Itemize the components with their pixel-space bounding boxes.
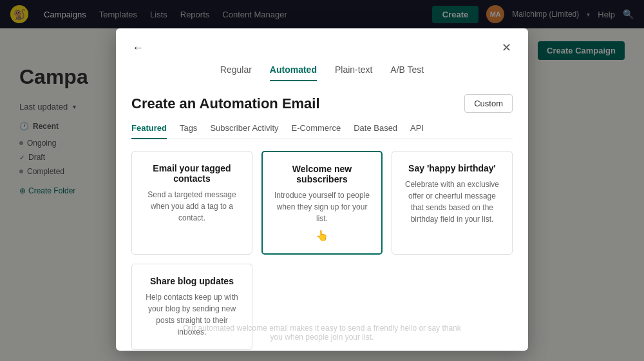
tab-automated[interactable]: Automated (270, 64, 317, 81)
sub-tab-subscriber-activity[interactable]: Subscriber Activity (210, 123, 278, 139)
card-welcome-icon: 👆 (273, 229, 371, 242)
card-welcome-desc: Introduce yourself to people when they s… (273, 190, 371, 224)
sub-tab-row: Featured Tags Subscriber Activity E-Comm… (131, 123, 513, 139)
cursor-icon: 👆 (316, 229, 328, 242)
sub-tab-api[interactable]: API (410, 123, 424, 139)
tab-regular[interactable]: Regular (220, 64, 252, 81)
card-blog-title: Share blog updates (142, 276, 242, 286)
card-birthday-desc: Celebrate with an exclusive offer or che… (402, 179, 502, 225)
modal-overlay: ← ✕ Regular Automated Plain-text A/B Tes… (0, 0, 644, 361)
tab-ab-test[interactable]: A/B Test (390, 64, 424, 81)
close-button[interactable]: ✕ (497, 39, 515, 57)
card-email-tagged-title: Email your tagged contacts (142, 163, 242, 184)
modal-title: Create an Automation Email (131, 95, 320, 112)
sub-tab-tags[interactable]: Tags (180, 123, 197, 139)
modal-tab-row: Regular Automated Plain-text A/B Test (116, 57, 528, 81)
card-happy-birthday[interactable]: Say 'happy birthday' Celebrate with an e… (392, 151, 513, 255)
sub-tab-featured[interactable]: Featured (131, 123, 167, 139)
card-birthday-title: Say 'happy birthday' (402, 163, 502, 173)
below-modal-line1: Our automated welcome email makes it eas… (0, 324, 644, 333)
below-modal-text: Our automated welcome email makes it eas… (0, 324, 644, 342)
tab-plain-text[interactable]: Plain-text (335, 64, 372, 81)
modal-title-row: Create an Automation Email Custom (131, 94, 513, 113)
cards-grid: Email your tagged contacts Send a target… (131, 151, 513, 350)
card-email-tagged-desc: Send a targeted message when you add a t… (142, 189, 242, 224)
card-email-tagged[interactable]: Email your tagged contacts Send a target… (131, 151, 252, 255)
modal-body: Create an Automation Email Custom Featur… (116, 81, 528, 351)
modal-dialog: ← ✕ Regular Automated Plain-text A/B Tes… (116, 28, 528, 351)
back-button[interactable]: ← (129, 39, 147, 57)
below-modal-line2: you when people join your list. (0, 333, 644, 342)
card-welcome-title: Welcome new subscribers (273, 164, 371, 184)
card-welcome-subscribers[interactable]: Welcome new subscribers Introduce yourse… (261, 151, 383, 255)
sub-tab-date-based[interactable]: Date Based (354, 123, 397, 139)
custom-button[interactable]: Custom (464, 94, 513, 113)
sub-tab-ecommerce[interactable]: E-Commerce (292, 123, 341, 139)
modal-header: ← ✕ (116, 28, 528, 57)
